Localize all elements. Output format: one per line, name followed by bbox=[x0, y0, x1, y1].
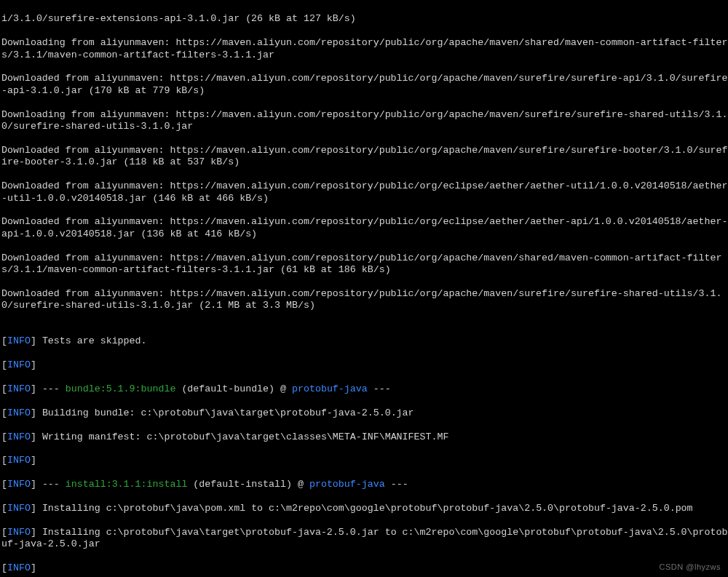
download-line: Downloaded from aliyunmaven: https://mav… bbox=[1, 180, 728, 204]
download-line: i/3.1.0/surefire-extensions-api-3.1.0.ja… bbox=[1, 13, 728, 25]
info-line: [INFO] --- bundle:5.1.9:bundle (default-… bbox=[1, 383, 728, 395]
info-line: [INFO] bbox=[1, 455, 728, 466]
download-line: Downloaded from aliyunmaven: https://mav… bbox=[1, 216, 728, 240]
download-line: Downloaded from aliyunmaven: https://mav… bbox=[1, 288, 728, 312]
terminal-output[interactable]: i/3.1.0/surefire-extensions-api-3.1.0.ja… bbox=[0, 0, 728, 577]
info-line: [INFO] Building bundle: c:\protobuf\java… bbox=[1, 407, 728, 419]
download-line: Downloaded from aliyunmaven: https://mav… bbox=[1, 73, 728, 97]
download-line: Downloading from aliyunmaven: https://ma… bbox=[1, 109, 728, 133]
watermark: CSDN @lhyzws bbox=[660, 561, 721, 573]
download-line: Downloaded from aliyunmaven: https://mav… bbox=[1, 252, 728, 276]
info-line: [INFO] bbox=[1, 562, 728, 574]
info-line: [INFO] Installing c:\protobuf\java\pom.x… bbox=[1, 503, 728, 514]
info-line: [INFO] bbox=[1, 359, 728, 371]
info-line: [INFO] --- install:3.1.1:install (defaul… bbox=[1, 479, 728, 490]
download-line: Downloading from aliyunmaven: https://ma… bbox=[1, 37, 728, 61]
download-line: Downloaded from aliyunmaven: https://mav… bbox=[1, 145, 728, 169]
info-line: [INFO] Writing manifest: c:\protobuf\jav… bbox=[1, 431, 728, 443]
info-line: [INFO] Installing c:\protobuf\java\targe… bbox=[1, 527, 728, 551]
info-line: [INFO] Tests are skipped. bbox=[1, 335, 728, 347]
